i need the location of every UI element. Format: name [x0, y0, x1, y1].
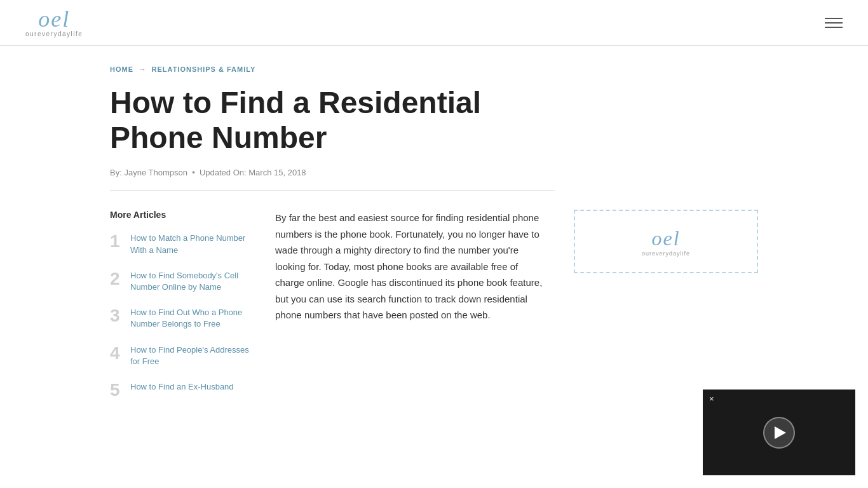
- list-item: 5How to Find an Ex-Husband: [110, 381, 250, 399]
- article-body: By far the best and easiest source for f…: [275, 210, 548, 323]
- hamburger-line-1: [825, 18, 843, 19]
- author-prefix: By:: [110, 168, 122, 177]
- right-sidebar: oel oureverydaylife: [574, 210, 758, 413]
- ad-logo-subtext: oureverydaylife: [642, 250, 690, 257]
- hamburger-line-3: [825, 27, 843, 28]
- article-number: 5: [110, 381, 123, 399]
- page-title: How to Find a Residential Phone Number: [110, 85, 555, 155]
- updated-prefix: Updated On:: [200, 168, 247, 177]
- content-area: More Articles 1How to Match a Phone Numb…: [110, 210, 758, 413]
- ad-box: oel oureverydaylife: [574, 210, 758, 273]
- article-link[interactable]: How to Find People's Addresses for Free: [130, 344, 250, 367]
- video-close-button[interactable]: ×: [706, 393, 717, 405]
- breadcrumb-home[interactable]: HOME: [110, 65, 133, 73]
- site-header: oel oureverydaylife: [0, 0, 868, 46]
- video-player: ×: [703, 390, 855, 475]
- breadcrumb: HOME → RELATIONSHIPS & FAMILY: [110, 65, 758, 74]
- main-article: By far the best and easiest source for f…: [275, 210, 548, 413]
- breadcrumb-category: RELATIONSHIPS & FAMILY: [152, 65, 256, 73]
- ad-logo-text: oel: [651, 227, 680, 250]
- more-articles-sidebar: More Articles 1How to Match a Phone Numb…: [110, 210, 250, 413]
- site-logo[interactable]: oel oureverydaylife: [25, 8, 83, 37]
- article-number: 3: [110, 307, 123, 325]
- article-number: 1: [110, 233, 123, 250]
- article-link[interactable]: How to Find Out Who a Phone Number Belon…: [130, 307, 250, 330]
- hamburger-line-2: [825, 22, 843, 24]
- logo-text: oel: [38, 8, 70, 30]
- author-name: Jayne Thompson: [124, 168, 187, 177]
- sidebar-title: More Articles: [110, 210, 250, 220]
- breadcrumb-arrow: →: [139, 65, 147, 74]
- related-articles-list: 1How to Match a Phone Number With a Name…: [110, 233, 250, 399]
- page-content: HOME → RELATIONSHIPS & FAMILY How to Fin…: [85, 46, 783, 432]
- author-line: By: Jayne Thompson • Updated On: March 1…: [110, 168, 555, 191]
- list-item: 4How to Find People's Addresses for Free: [110, 344, 250, 367]
- article-link[interactable]: How to Find an Ex-Husband: [130, 381, 234, 393]
- article-number: 4: [110, 344, 123, 362]
- article-link[interactable]: How to Match a Phone Number With a Name: [130, 233, 250, 255]
- play-icon: [775, 426, 786, 439]
- logo-subtext: oureverydaylife: [25, 30, 83, 37]
- list-item: 1How to Match a Phone Number With a Name: [110, 233, 250, 255]
- play-button[interactable]: [763, 417, 795, 449]
- article-link[interactable]: How to Find Somebody's Cell Number Onlin…: [130, 270, 250, 293]
- updated-date: March 15, 2018: [248, 168, 306, 177]
- article-number: 2: [110, 270, 123, 288]
- menu-button[interactable]: [825, 18, 843, 28]
- list-item: 3How to Find Out Who a Phone Number Belo…: [110, 307, 250, 330]
- list-item: 2How to Find Somebody's Cell Number Onli…: [110, 270, 250, 293]
